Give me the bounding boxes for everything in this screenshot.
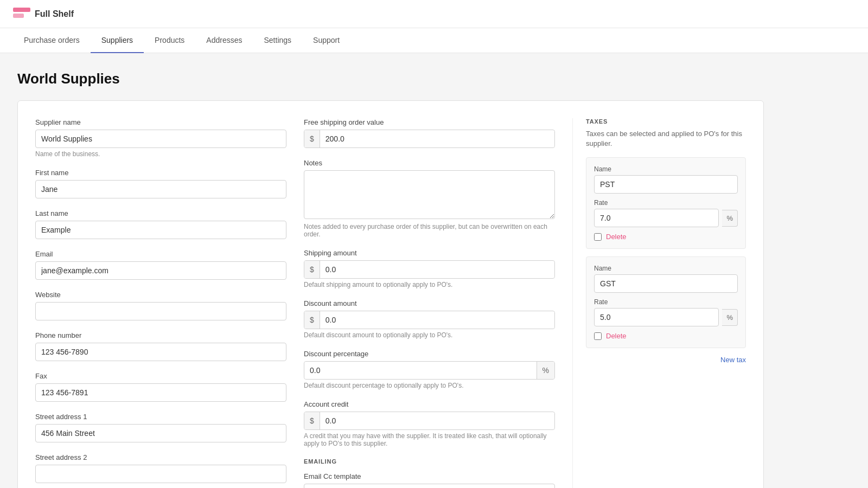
tab-purchase-orders[interactable]: Purchase orders [13, 28, 91, 53]
taxes-column: TAXES Taxes can be selected and applied … [572, 118, 746, 488]
last-name-input[interactable] [35, 221, 286, 239]
discount-percentage-wrapper: % [304, 361, 555, 380]
account-credit-hint: A credit that you may have with the supp… [304, 432, 555, 447]
street2-group: Street address 2 [35, 453, 286, 483]
account-credit-wrapper: $ [304, 412, 555, 430]
app-title: Full Shelf [35, 9, 74, 19]
tax-pst-delete-label[interactable]: Delete [606, 233, 627, 241]
tax-gst-rate-suffix: % [722, 309, 738, 326]
phone-label: Phone number [35, 331, 286, 339]
supplier-name-group: Supplier name Name of the business. [35, 118, 286, 158]
tax-pst-name-label: Name [594, 165, 738, 173]
fax-group: Fax [35, 372, 286, 402]
tax-pst-rate-row: % [594, 209, 738, 227]
street2-label: Street address 2 [35, 453, 286, 461]
street1-input[interactable] [35, 424, 286, 442]
percent-suffix-discount: % [537, 362, 554, 379]
taxes-description: Taxes can be selected and applied to PO'… [586, 129, 746, 149]
tax-gst-rate-label: Rate [594, 298, 738, 306]
logo-icon [13, 8, 30, 21]
tax-gst-rate-row: % [594, 308, 738, 326]
free-shipping-group: Free shipping order value $ [304, 118, 555, 148]
tab-products[interactable]: Products [144, 28, 195, 53]
account-credit-label: Account credit [304, 400, 555, 408]
dollar-prefix-shipping: $ [304, 261, 320, 278]
top-bar: Full Shelf [0, 0, 868, 28]
tax-pst-rate-suffix: % [722, 210, 738, 227]
street1-label: Street address 1 [35, 413, 286, 421]
email-cc-group: Email Cc template Separate values with a… [304, 472, 555, 488]
shipping-amount-label: Shipping amount [304, 249, 555, 257]
account-credit-group: Account credit $ A credit that you may h… [304, 400, 555, 447]
email-group: Email [35, 250, 286, 280]
tab-settings[interactable]: Settings [253, 28, 303, 53]
account-credit-input[interactable] [320, 412, 554, 429]
email-cc-input[interactable] [304, 484, 555, 488]
tax-pst-name-input[interactable] [594, 175, 738, 194]
shipping-amount-group: Shipping amount $ Default shipping amoun… [304, 249, 555, 288]
last-name-label: Last name [35, 209, 286, 217]
discount-percentage-input[interactable] [304, 362, 537, 379]
tax-pst-rate-input[interactable] [594, 209, 719, 227]
tab-suppliers[interactable]: Suppliers [91, 28, 144, 53]
tax-gst-delete-checkbox[interactable] [594, 332, 602, 340]
nav-tabs: Purchase orders Suppliers Products Addre… [0, 28, 868, 53]
tax-pst-delete-checkbox[interactable] [594, 233, 602, 241]
tax-gst-rate-input[interactable] [594, 308, 719, 326]
tax-gst-delete-row: Delete [594, 332, 738, 340]
tax-gst-name-input[interactable] [594, 274, 738, 293]
form-grid: Supplier name Name of the business. Firs… [35, 118, 746, 488]
supplier-name-input[interactable] [35, 130, 286, 148]
discount-amount-input[interactable] [320, 311, 554, 329]
page-content: World Supplies Supplier name Name of the… [0, 53, 781, 488]
first-name-input[interactable] [35, 180, 286, 198]
discount-amount-hint: Default discount amount to optionally ap… [304, 331, 555, 339]
email-label: Email [35, 250, 286, 258]
first-name-group: First name [35, 169, 286, 198]
email-input[interactable] [35, 261, 286, 280]
emailing-section-label: EMAILING [304, 458, 555, 465]
form-card: Supplier name Name of the business. Firs… [17, 100, 764, 488]
website-input[interactable] [35, 302, 286, 320]
supplier-name-label: Supplier name [35, 118, 286, 126]
tab-addresses[interactable]: Addresses [195, 28, 253, 53]
page-title: World Supplies [17, 70, 764, 87]
last-name-group: Last name [35, 209, 286, 239]
street2-input[interactable] [35, 465, 286, 483]
logo-area: Full Shelf [13, 8, 74, 21]
tax-gst-delete-label[interactable]: Delete [606, 332, 627, 340]
first-name-label: First name [35, 169, 286, 177]
free-shipping-label: Free shipping order value [304, 118, 555, 126]
taxes-section-title: TAXES [586, 118, 746, 125]
supplier-name-hint: Name of the business. [35, 150, 286, 158]
notes-textarea[interactable] [304, 170, 555, 219]
shipping-amount-wrapper: $ [304, 260, 555, 279]
fax-label: Fax [35, 372, 286, 380]
fax-input[interactable] [35, 383, 286, 402]
discount-percentage-group: Discount percentage % Default discount p… [304, 350, 555, 389]
discount-amount-group: Discount amount $ Default discount amoun… [304, 299, 555, 339]
discount-percentage-label: Discount percentage [304, 350, 555, 358]
free-shipping-input[interactable] [320, 130, 554, 147]
tax-pst-rate-label: Rate [594, 199, 738, 207]
email-cc-label: Email Cc template [304, 472, 555, 480]
shipping-amount-input[interactable] [320, 261, 554, 278]
free-shipping-input-wrapper: $ [304, 130, 555, 148]
right-column: Free shipping order value $ Notes Notes … [304, 118, 555, 488]
phone-input[interactable] [35, 343, 286, 361]
tax-gst-name-label: Name [594, 265, 738, 272]
shipping-amount-hint: Default shipping amount to optionally ap… [304, 281, 555, 288]
dollar-prefix-discount: $ [304, 311, 320, 329]
notes-hint: Notes added to every purchase order of t… [304, 223, 555, 238]
tax-item-gst: Name Rate % Delete [586, 256, 746, 348]
new-tax-link[interactable]: New tax [586, 356, 746, 364]
discount-percentage-hint: Default discount percentage to optionall… [304, 382, 555, 389]
tab-support[interactable]: Support [302, 28, 350, 53]
website-group: Website [35, 291, 286, 320]
discount-amount-wrapper: $ [304, 311, 555, 329]
left-column: Supplier name Name of the business. Firs… [35, 118, 286, 488]
phone-group: Phone number [35, 331, 286, 361]
notes-label: Notes [304, 159, 555, 167]
dollar-prefix-credit: $ [304, 412, 320, 429]
notes-group: Notes Notes added to every purchase orde… [304, 159, 555, 238]
